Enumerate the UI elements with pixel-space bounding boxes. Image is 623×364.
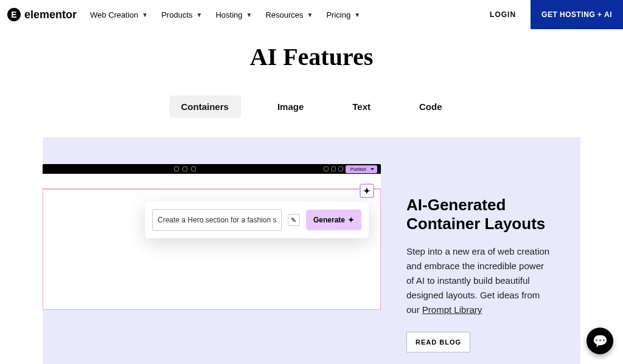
generate-button[interactable]: Generate ✦ [306, 210, 361, 230]
feature-content: Publish ✦ AI-Generated Container Layouts… [43, 137, 580, 364]
eye-icon[interactable] [338, 167, 343, 171]
chat-icon: 💬 [593, 334, 608, 348]
editor-topbar-right: Publish [324, 165, 377, 173]
main-nav: Web Creation▼ Products▼ Hosting▼ Resourc… [90, 10, 360, 19]
site-header: E elementor Web Creation▼ Products▼ Host… [0, 0, 623, 29]
preview-column: Publish ✦ [43, 164, 381, 352]
responsive-switcher [174, 167, 196, 171]
tab-image[interactable]: Image [265, 95, 316, 118]
nav-web-creation[interactable]: Web Creation▼ [90, 10, 148, 19]
brand-name: elementor [24, 9, 77, 21]
get-hosting-button[interactable]: GET HOSTING + AI [531, 0, 623, 29]
chevron-down-icon: ▼ [246, 12, 252, 18]
chat-fab[interactable]: 💬 [586, 328, 613, 354]
nav-products[interactable]: Products▼ [161, 10, 202, 19]
sparkle-icon: ✦ [348, 216, 354, 224]
chevron-down-icon: ▼ [142, 12, 148, 18]
feature-heading: AI-Generated Container Layouts [406, 196, 551, 233]
header-left: E elementor Web Creation▼ Products▼ Host… [7, 8, 360, 21]
sparkle-icon[interactable]: ✦ [360, 184, 374, 198]
prompt-library-link[interactable]: Prompt Library [422, 304, 482, 315]
ai-prompt-input[interactable] [152, 209, 282, 231]
feature-description: AI-Generated Container Layouts Step into… [406, 164, 551, 352]
tab-code[interactable]: Code [407, 95, 454, 118]
login-link[interactable]: LOGIN [490, 10, 518, 19]
editor-topbar: Publish [43, 164, 381, 174]
logo-mark-icon: E [7, 8, 21, 21]
history-icon[interactable] [331, 167, 336, 171]
header-right: LOGIN GET HOSTING + AI [490, 0, 623, 29]
chevron-down-icon: ▼ [197, 12, 203, 18]
feature-tabs: Containers Image Text Code [0, 95, 623, 118]
search-icon[interactable] [324, 167, 329, 171]
desktop-icon[interactable] [174, 167, 179, 171]
tab-containers[interactable]: Containers [169, 95, 241, 118]
wand-icon[interactable]: ✎ [288, 214, 300, 226]
read-blog-button[interactable]: READ BLOG [406, 332, 470, 352]
tablet-icon[interactable] [183, 167, 187, 171]
nav-pricing[interactable]: Pricing▼ [326, 10, 360, 19]
brand-logo[interactable]: E elementor [7, 8, 77, 21]
nav-hosting[interactable]: Hosting▼ [215, 10, 252, 19]
chevron-down-icon: ▼ [307, 12, 313, 18]
publish-button[interactable]: Publish [346, 165, 377, 173]
page-title: AI Features [0, 43, 623, 71]
ai-prompt-bar: ✎ Generate ✦ [145, 202, 369, 238]
feature-body: Step into a new era of web creation and … [406, 244, 551, 317]
mobile-icon[interactable] [191, 167, 196, 171]
chevron-down-icon: ▼ [354, 12, 360, 18]
tab-text[interactable]: Text [340, 95, 383, 118]
nav-resources[interactable]: Resources▼ [265, 10, 313, 19]
